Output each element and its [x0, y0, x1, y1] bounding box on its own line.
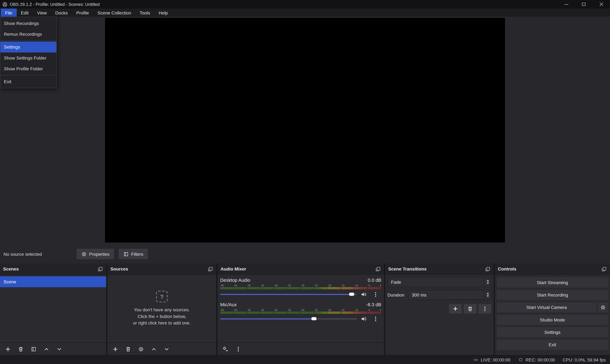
- channel-options-button[interactable]: [372, 315, 379, 322]
- filters-button[interactable]: Filters: [119, 249, 148, 259]
- stream-status-icon: [473, 357, 478, 363]
- file-menu-dropdown: Show Recordings Remux Recordings Setting…: [0, 17, 57, 88]
- add-transition-button[interactable]: [449, 304, 462, 314]
- audio-mixer-dock: Audio Mixer Desktop Audio 0.0 dB -60-55-…: [217, 263, 384, 355]
- transition-select[interactable]: Fade: [388, 277, 491, 287]
- add-scene-button[interactable]: [5, 346, 11, 352]
- move-source-down-button[interactable]: [163, 346, 170, 352]
- maximize-button[interactable]: [575, 0, 593, 9]
- menu-docks[interactable]: Docks: [51, 9, 72, 17]
- gear-icon: [81, 251, 87, 257]
- popout-icon[interactable]: [485, 266, 491, 272]
- sources-dock-header: Sources: [108, 263, 217, 275]
- audio-mixer-dock-header: Audio Mixer: [217, 263, 384, 275]
- sources-dock: Sources ? You don't have any sources. Cl…: [108, 263, 217, 355]
- scene-transitions-dock: Scene Transitions Fade Duration 300 ms: [385, 263, 494, 355]
- menu-item-settings[interactable]: Settings: [0, 42, 56, 52]
- menu-file[interactable]: File: [1, 9, 16, 17]
- mute-button[interactable]: [361, 316, 367, 322]
- title-bar: OBS 29.1.2 - Profile: Untitled - Scenes:…: [0, 0, 610, 9]
- cpu-status: CPU: 0.0%, 59.94 fps: [563, 357, 606, 362]
- popout-icon[interactable]: [97, 266, 103, 272]
- sources-toolbar: [108, 342, 217, 355]
- menu-profile[interactable]: Profile: [72, 9, 93, 17]
- mixer-channel-mic-aux: Mic/Aux -8.3 dB -60-55-50-45-40-35-30-25…: [220, 302, 381, 321]
- settings-button[interactable]: Settings: [497, 327, 608, 337]
- question-placeholder-icon: ?: [156, 291, 168, 302]
- popout-icon[interactable]: [601, 266, 607, 272]
- source-properties-button[interactable]: [138, 346, 144, 352]
- add-source-button[interactable]: [112, 346, 118, 352]
- exit-button[interactable]: Exit: [497, 340, 608, 350]
- scenes-dock-header: Scenes: [0, 263, 106, 275]
- live-status: LIVE: 00:00:00: [473, 357, 510, 363]
- menu-item-exit[interactable]: Exit: [0, 76, 56, 87]
- menu-item-show-settings-folder[interactable]: Show Settings Folder: [0, 52, 56, 64]
- menu-edit[interactable]: Edit: [16, 9, 33, 17]
- scene-filters-button[interactable]: [30, 346, 37, 352]
- mute-button[interactable]: [361, 291, 367, 297]
- menu-bar: File Edit View Docks Profile Scene Colle…: [0, 9, 610, 17]
- menu-scene-collection[interactable]: Scene Collection: [93, 9, 136, 17]
- menu-item-show-recordings[interactable]: Show Recordings: [0, 18, 56, 29]
- minimize-button[interactable]: [557, 0, 575, 9]
- transition-value: Fade: [391, 280, 401, 284]
- empty-hint-line: Click the + button below,: [137, 313, 186, 320]
- source-status-label: No source selected: [3, 251, 42, 257]
- speaker-icon: [361, 316, 367, 322]
- sources-list[interactable]: ? You don't have any sources. Click the …: [108, 275, 217, 342]
- obs-window: OBS 29.1.2 - Profile: Untitled - Scenes:…: [0, 0, 610, 364]
- menu-tools[interactable]: Tools: [136, 9, 154, 17]
- properties-label: Properties: [89, 252, 109, 256]
- meter-scale: -60-55-50-45-40-35-30-25-20-15-10-50: [220, 309, 381, 311]
- meter-scale: -60-55-50-45-40-35-30-25-20-15-10-50: [220, 284, 381, 287]
- obs-logo-icon: [2, 2, 7, 7]
- preview-canvas[interactable]: [105, 18, 505, 243]
- virtual-camera-settings-button[interactable]: [598, 302, 608, 312]
- move-scene-down-button[interactable]: [56, 346, 62, 352]
- scene-transitions-dock-header: Scene Transitions: [385, 263, 494, 275]
- sources-title: Sources: [110, 267, 128, 271]
- scene-list-item[interactable]: Scene: [0, 276, 106, 287]
- mixer-options-button[interactable]: [235, 346, 241, 352]
- mixer-toolbar: [217, 342, 384, 355]
- filters-label: Filters: [131, 252, 143, 256]
- advanced-audio-properties-button[interactable]: [222, 346, 228, 352]
- close-button[interactable]: [593, 0, 610, 9]
- popout-icon[interactable]: [375, 266, 381, 272]
- controls-panel: Start Streaming Start Recording Start Vi…: [495, 275, 610, 355]
- volume-slider[interactable]: [220, 291, 357, 297]
- remove-transition-button[interactable]: [464, 304, 476, 314]
- status-bar: LIVE: 00:00:00 REC: 00:00:00 CPU: 0.0%, …: [0, 355, 610, 364]
- volume-meter: [220, 312, 381, 312]
- studio-mode-button[interactable]: Studio Mode: [497, 315, 608, 325]
- start-recording-button[interactable]: Start Recording: [497, 290, 608, 300]
- menu-view[interactable]: View: [33, 9, 51, 17]
- start-virtual-camera-button[interactable]: Start Virtual Camera: [497, 302, 596, 312]
- combo-arrows-icon: [484, 277, 491, 286]
- remove-source-button[interactable]: [125, 346, 131, 352]
- kebab-icon: [372, 316, 378, 322]
- move-source-up-button[interactable]: [150, 346, 157, 352]
- properties-button[interactable]: Properties: [77, 249, 114, 259]
- popout-icon[interactable]: [207, 266, 213, 272]
- sources-empty-state: ? You don't have any sources. Click the …: [108, 275, 217, 342]
- menu-item-show-profile-folder[interactable]: Show Profile Folder: [0, 63, 56, 74]
- menu-help[interactable]: Help: [154, 9, 172, 17]
- remove-scene-button[interactable]: [17, 346, 24, 352]
- move-scene-up-button[interactable]: [43, 346, 49, 352]
- duration-input[interactable]: 300 ms: [408, 290, 491, 299]
- transition-options-button[interactable]: [478, 304, 491, 314]
- rec-time: REC: 00:00:00: [526, 357, 555, 362]
- channel-level: -8.3 dB: [366, 302, 381, 307]
- empty-hint-line: You don't have any sources.: [134, 307, 190, 313]
- controls-dock: Controls Start Streaming Start Recording…: [495, 263, 610, 355]
- slider-handle[interactable]: [312, 317, 316, 320]
- spinner-arrows-icon[interactable]: [484, 290, 491, 299]
- empty-hint-line: or right click here to add one.: [133, 320, 191, 326]
- channel-options-button[interactable]: [372, 291, 379, 298]
- slider-handle[interactable]: [349, 293, 354, 296]
- volume-slider[interactable]: [220, 316, 357, 321]
- menu-item-remux-recordings[interactable]: Remux Recordings: [0, 29, 56, 40]
- start-streaming-button[interactable]: Start Streaming: [497, 277, 608, 288]
